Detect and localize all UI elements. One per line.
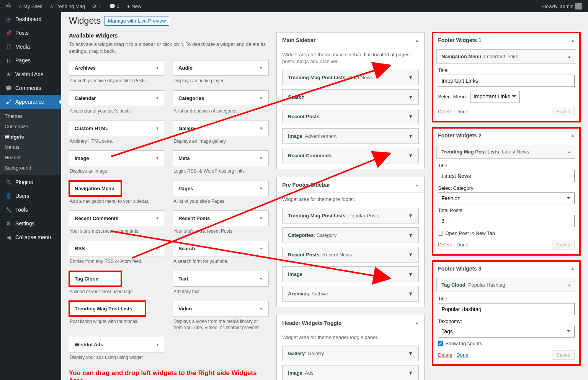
area-desc: Widget area for theme pre footer. <box>277 193 424 207</box>
delete-link[interactable]: Delete <box>438 242 452 248</box>
done-link[interactable]: Done <box>456 242 468 248</box>
menu-pages[interactable]: ▯Pages <box>0 54 61 67</box>
widget-navigation-menu[interactable]: Navigation Menu <box>69 181 122 196</box>
widget-archives[interactable]: Archives▼ <box>69 60 165 76</box>
placed-widget[interactable]: Recent Posts: Recent News▼ <box>282 247 419 263</box>
widget-calendar[interactable]: Calendar▼ <box>69 90 165 106</box>
footer-widget-toggle[interactable]: Trending Mag Post Lists: Latest News▲ <box>436 145 576 159</box>
widget-custom-html[interactable]: Custom HTML▼ <box>69 121 165 136</box>
done-link[interactable]: Done <box>456 109 468 114</box>
plus-icon: + <box>127 3 130 9</box>
comments-link[interactable]: 💬0 <box>106 0 122 12</box>
caret-down-icon: ▼ <box>408 291 413 297</box>
submenu-widgets[interactable]: Widgets <box>0 132 61 142</box>
total-input[interactable] <box>438 215 575 227</box>
placed-widget[interactable]: Trending Mag Post Lists: Popular Posts▼ <box>282 208 419 223</box>
howdy-link[interactable]: Howdy, admin <box>539 0 585 12</box>
widget-categories[interactable]: Categories▼ <box>173 90 269 106</box>
footer-header[interactable]: Footer Widgets 1▲ <box>433 33 580 48</box>
footer-header[interactable]: Footer Widgets 2▲ <box>433 128 580 143</box>
caret-down-icon: ▼ <box>155 246 159 251</box>
area-header[interactable]: Main Sidebar▲ <box>277 33 424 48</box>
menu-tools[interactable]: 🔧Tools <box>0 203 61 217</box>
title-label: Title: <box>438 67 575 73</box>
caret-down-icon: ▼ <box>408 75 413 80</box>
caret-up-icon: ▲ <box>571 38 575 42</box>
live-preview-button[interactable]: Manage with Live Preview <box>105 16 169 26</box>
placed-widget[interactable]: Archives: Archive▼ <box>282 286 419 302</box>
placed-widget[interactable]: Search▼ <box>282 89 419 105</box>
widget-tag-cloud[interactable]: Tag Cloud <box>69 271 122 287</box>
menu-collapse[interactable]: ◀Collapse menu <box>0 230 61 244</box>
delete-link[interactable]: Delete <box>438 352 452 358</box>
menu-comments[interactable]: 💬Comments <box>0 81 61 95</box>
menu-users[interactable]: 👤Users <box>0 189 61 203</box>
menu-plugins[interactable]: 🔌Plugins <box>0 175 61 189</box>
done-link[interactable]: Done <box>456 352 468 358</box>
footer-widget-toggle[interactable]: Tag Cloud: Popular Hashtag▲ <box>436 278 576 292</box>
placed-widget[interactable]: Trending Mag Post Lists: Main News▼ <box>282 70 419 85</box>
saved-button: Saved <box>552 107 575 116</box>
counts-checkbox[interactable] <box>438 341 443 346</box>
placed-widget[interactable]: Image: Advertisement▼ <box>282 128 419 144</box>
home-icon: ⌂ <box>50 3 53 9</box>
widget-pages[interactable]: Pages▼ <box>173 181 269 196</box>
submenu-header[interactable]: Header <box>0 152 61 163</box>
menu-media[interactable]: 🎵Media <box>0 40 61 54</box>
submenu-themes[interactable]: Themes <box>0 111 61 121</box>
submenu-customize[interactable]: Customize <box>0 121 61 132</box>
my-sites-link[interactable]: ⌂My Sites <box>16 0 46 12</box>
widget-gallery[interactable]: Gallery▼ <box>173 121 269 136</box>
caret-down-icon: ▼ <box>408 252 413 258</box>
widget-desc: A monthly archive of your site's Posts. <box>69 76 165 88</box>
updates-link[interactable]: ⟳1 <box>90 0 104 12</box>
widget-search[interactable]: Search▼ <box>173 241 269 256</box>
newtab-checkbox[interactable] <box>438 231 443 236</box>
menu-settings[interactable]: ⚙Settings <box>0 217 61 230</box>
menu-appearance[interactable]: 🖌Appearance <box>0 95 61 109</box>
placed-widget[interactable]: Recent Comments▼ <box>282 148 419 163</box>
title-input[interactable] <box>438 75 575 87</box>
submenu-background[interactable]: Background <box>0 163 61 173</box>
site-link[interactable]: ⌂Trending Mag <box>47 0 88 12</box>
footer-header[interactable]: Footer Widgets 3▲ <box>433 261 580 276</box>
widget-recent-comments[interactable]: Recent Comments▼ <box>69 210 165 226</box>
delete-link[interactable]: Delete <box>438 109 452 114</box>
caret-down-icon: ▼ <box>408 370 413 376</box>
area-header[interactable]: Header Widgets Toggle▲ <box>277 315 424 331</box>
widget-video[interactable]: Video▼ <box>173 301 269 316</box>
widget-trending-post-lists[interactable]: Trending Mag Post Lists <box>69 301 146 316</box>
widget-meta[interactable]: Meta▼ <box>173 150 269 166</box>
area-header[interactable]: Pre Footer Sidebar▲ <box>277 177 424 193</box>
widget-audio[interactable]: Audio▼ <box>173 60 269 76</box>
title-input[interactable] <box>438 303 575 315</box>
widget-recent-posts[interactable]: Recent Posts▼ <box>173 210 269 226</box>
caret-down-icon: ▼ <box>155 96 159 100</box>
menu-wishful-ads[interactable]: ★Wishful Ads <box>0 67 61 81</box>
footer-widget-toggle[interactable]: Navigation Menu: Important Links▲ <box>436 49 576 64</box>
taxonomy-select[interactable]: Tags <box>438 326 575 338</box>
title-input[interactable] <box>438 170 575 182</box>
menu-posts[interactable]: 📌Posts <box>0 26 61 40</box>
widget-image[interactable]: Image▼ <box>69 150 165 166</box>
widget-text[interactable]: Text▼ <box>173 271 269 287</box>
placed-widget[interactable]: Categories: Category▼ <box>282 227 419 243</box>
caret-down-icon: ▼ <box>155 126 159 130</box>
widget-desc: A list or dropdown of categories. <box>173 106 269 118</box>
media-icon: 🎵 <box>5 43 12 51</box>
placed-widget[interactable]: Recent Posts▼ <box>282 109 419 124</box>
placed-widget[interactable]: Image: Ads▼ <box>282 365 419 380</box>
footer-widgets-1: Footer Widgets 1▲ Navigation Menu: Impor… <box>432 32 580 122</box>
category-select[interactable]: Fashion <box>438 192 575 204</box>
placed-widget[interactable]: Gallery: Galerry▼ <box>282 346 419 361</box>
widget-rss[interactable]: RSS▼ <box>69 241 165 256</box>
caret-down-icon: ▼ <box>408 153 413 158</box>
wp-logo[interactable]: ⓦ <box>3 0 14 12</box>
widget-wishful-ads[interactable]: Wishful Ads▼ <box>69 337 165 352</box>
new-link[interactable]: +New <box>124 0 145 12</box>
menu-dashboard[interactable]: ◷Dashboard <box>0 12 61 26</box>
placed-widget[interactable]: Image▼ <box>282 266 419 282</box>
widget-desc: A cloud of your most used tags. <box>69 287 165 299</box>
submenu-menus[interactable]: Menus <box>0 142 61 152</box>
menu-select[interactable]: Important Links <box>470 91 520 103</box>
